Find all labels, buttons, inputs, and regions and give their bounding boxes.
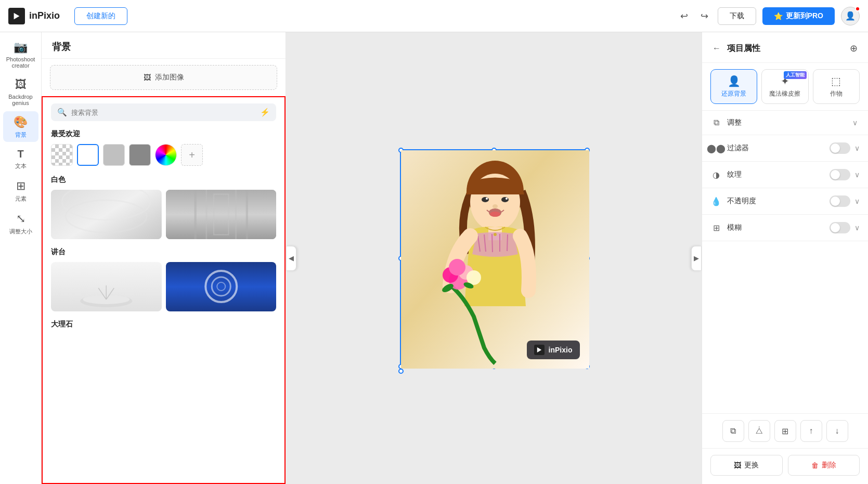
- swatch-white[interactable]: [77, 144, 99, 166]
- stage-bg-thumb-1[interactable]: [51, 262, 162, 311]
- panel-title: 背景: [42, 32, 286, 59]
- header: inPixio 创建新的 ↩ ↪ 下载 ⭐ 更新到PRO 👤: [0, 0, 868, 32]
- restore-icon: 👤: [728, 75, 741, 87]
- move-down-button[interactable]: ↓: [826, 420, 848, 442]
- svg-point-26: [490, 212, 500, 217]
- opacity-icon: 💧: [710, 197, 722, 206]
- crop-icon: ⬚: [831, 75, 841, 87]
- restore-background-tab[interactable]: 👤 还原背景: [710, 69, 757, 104]
- layers-button[interactable]: ⊕: [848, 41, 860, 56]
- replace-button[interactable]: 🖼 更换: [710, 455, 783, 476]
- adjust-label: 调整: [727, 118, 852, 127]
- sidebar-item-background[interactable]: 🎨 背景: [3, 111, 38, 142]
- copy-button[interactable]: ⧉: [722, 420, 744, 442]
- notification-dot: [855, 6, 860, 11]
- right-panel: ← 项目属性 ⊕ 👤 还原背景 人工智能 ✦ 魔法橡皮擦 ⬚: [702, 32, 868, 484]
- opacity-row[interactable]: 💧 不透明度 ∨: [702, 188, 868, 214]
- resize-icon: ⤡: [16, 212, 25, 226]
- handle-rotate[interactable]: [398, 369, 404, 374]
- blur-section: ⊞ 模糊 ∨: [702, 215, 868, 241]
- svg-marker-37: [537, 347, 541, 352]
- delete-icon: 🗑: [811, 461, 819, 469]
- filter-chevron: ∨: [854, 144, 860, 152]
- svg-point-27: [493, 204, 498, 208]
- filter-toggle[interactable]: [830, 142, 850, 154]
- crop-tab[interactable]: ⬚ 作物: [813, 69, 860, 104]
- texture-toggle[interactable]: [830, 169, 850, 180]
- download-button[interactable]: 下载: [718, 7, 756, 25]
- crop-tab-wrapper: ⬚ 作物: [813, 69, 860, 104]
- person-image: inPixio: [401, 150, 589, 369]
- filter-icon2: ⬤⬤: [710, 143, 722, 153]
- logo: inPixio: [8, 8, 60, 24]
- undo-button[interactable]: ↩: [677, 7, 691, 25]
- texture-row[interactable]: ◑ 纹理 ∨: [702, 162, 868, 188]
- redo-button[interactable]: ↪: [697, 7, 711, 25]
- white-bg-thumb-1[interactable]: [51, 190, 162, 239]
- align-center-v-button[interactable]: ⧊: [748, 420, 770, 442]
- texture-chevron: ∨: [854, 171, 860, 179]
- filter-row[interactable]: ⬤⬤ 过滤器 ∨: [702, 135, 868, 161]
- delete-button[interactable]: 🗑 删除: [788, 455, 860, 476]
- background-icon: 🎨: [14, 115, 28, 129]
- add-image-label: 添加图像: [155, 73, 184, 82]
- image-frame[interactable]: inPixio: [400, 149, 588, 368]
- backdrop-icon: 🖼: [15, 78, 27, 91]
- stage-section-title: 讲台: [51, 247, 276, 257]
- text-icon: T: [17, 148, 23, 160]
- watermark-icon: [534, 345, 545, 355]
- sidebar-item-photoshoot[interactable]: 📷 Photoshoot creator: [3, 36, 38, 72]
- pro-star-icon: ⭐: [774, 12, 783, 20]
- collapse-left-button[interactable]: ◀: [286, 246, 296, 271]
- sidebar-item-elements[interactable]: ⊞ 元素: [3, 175, 38, 206]
- magic-eraser-tab[interactable]: 人工智能 ✦ 魔法橡皮擦: [761, 69, 808, 104]
- swatch-add-button[interactable]: +: [181, 144, 203, 166]
- align-center-h-button[interactable]: ⊞: [774, 420, 796, 442]
- swatch-gray2[interactable]: [129, 144, 151, 166]
- sidebar-item-text[interactable]: T 文本: [3, 144, 38, 173]
- photoshoot-icon: 📷: [14, 41, 28, 54]
- blur-toggle[interactable]: [830, 222, 850, 233]
- add-image-section: 🖼 添加图像: [42, 59, 286, 96]
- user-avatar-button[interactable]: 👤: [841, 7, 860, 25]
- svg-rect-1: [51, 190, 162, 239]
- popular-section-title: 最受欢迎: [51, 129, 276, 139]
- opacity-chevron: ∨: [854, 197, 860, 205]
- search-bar: 🔍 ⚡: [51, 103, 276, 121]
- adjust-row[interactable]: ⧉ 调整 ∨: [702, 111, 868, 135]
- svg-rect-4: [166, 190, 277, 239]
- sidebar-item-backdrop[interactable]: 🖼 Backdrop genius: [3, 74, 38, 109]
- white-bg-grid: [51, 190, 276, 239]
- marble-section-title: 大理石: [51, 320, 276, 329]
- search-icon: 🔍: [57, 108, 67, 117]
- svg-point-21: [482, 197, 489, 202]
- add-image-icon: 🖼: [144, 73, 151, 82]
- stage-bg-thumb-2[interactable]: [166, 262, 277, 311]
- add-image-button[interactable]: 🖼 添加图像: [50, 65, 277, 90]
- search-input[interactable]: [71, 109, 256, 116]
- blur-icon: ⊞: [710, 223, 722, 233]
- sidebar-backdrop-label: Backdrop genius: [5, 94, 36, 106]
- replace-label: 更换: [744, 461, 759, 470]
- upgrade-pro-button[interactable]: ⭐ 更新到PRO: [762, 7, 835, 25]
- collapse-right-button[interactable]: ▶: [691, 246, 702, 271]
- swatch-transparent[interactable]: [51, 144, 73, 166]
- opacity-toggle[interactable]: [830, 195, 850, 207]
- swatch-colorful[interactable]: [155, 144, 177, 166]
- blur-row[interactable]: ⊞ 模糊 ∨: [702, 215, 868, 241]
- white-bg-thumb-2[interactable]: [166, 190, 277, 239]
- create-new-button[interactable]: 创建新的: [74, 7, 127, 25]
- back-button[interactable]: ←: [710, 42, 723, 55]
- elements-icon: ⊞: [16, 179, 25, 193]
- sidebar-elements-label: 元素: [15, 195, 27, 203]
- swatch-gray1[interactable]: [103, 144, 125, 166]
- restore-tab-wrapper: 👤 还原背景: [710, 69, 757, 104]
- magic-label: 魔法橡皮擦: [769, 89, 800, 98]
- filter-icon[interactable]: ⚡: [260, 108, 270, 117]
- move-up-button[interactable]: ↑: [800, 420, 822, 442]
- crop-label: 作物: [830, 89, 843, 98]
- adjust-expand-icon: ∨: [852, 119, 858, 127]
- sidebar-item-resize[interactable]: ⤡ 调整大小: [3, 208, 38, 239]
- svg-marker-0: [14, 12, 20, 19]
- sidebar-background-label: 背景: [15, 131, 27, 139]
